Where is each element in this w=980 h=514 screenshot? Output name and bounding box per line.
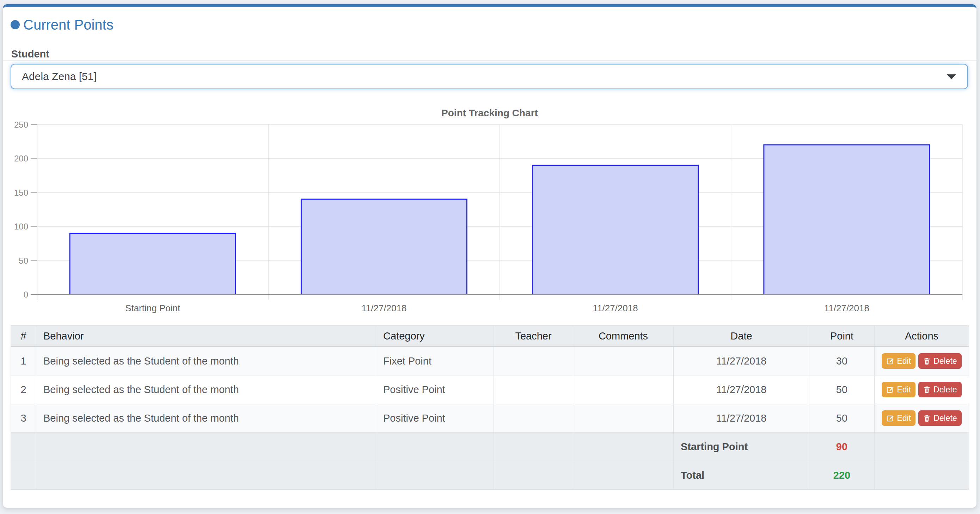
edit-icon — [886, 357, 894, 365]
edit-button-label: Edit — [897, 385, 911, 395]
summary-value: 90 — [810, 433, 875, 461]
col-header-category: Category — [376, 326, 494, 347]
svg-text:11/27/2018: 11/27/2018 — [361, 303, 406, 313]
trash-icon — [923, 357, 931, 365]
page-title: Current Points — [23, 17, 113, 33]
table-row: 2 Being selected as the Student of the m… — [11, 376, 969, 404]
svg-text:200: 200 — [14, 154, 28, 163]
edit-button-label: Edit — [897, 356, 911, 366]
summary-label: Starting Point — [674, 433, 810, 461]
actions-cell: Edit Delete — [875, 404, 969, 433]
svg-text:100: 100 — [14, 222, 28, 231]
svg-text:250: 250 — [14, 120, 28, 129]
point-cell: 50 — [810, 376, 875, 404]
comments-cell — [573, 404, 674, 433]
behavior-cell: Being selected as the Student of the mon… — [36, 404, 376, 433]
edit-button[interactable]: Edit — [881, 411, 915, 426]
summary-value: 220 — [810, 461, 875, 490]
col-header-teacher: Teacher — [494, 326, 573, 347]
delete-button-label: Delete — [934, 385, 957, 395]
point-cell: 30 — [810, 347, 875, 376]
edit-button[interactable]: Edit — [881, 353, 915, 369]
row-num: 2 — [11, 376, 36, 404]
edit-icon — [886, 386, 894, 393]
actions-cell: Edit Delete — [875, 347, 969, 376]
col-header-behavior: Behavior — [36, 326, 376, 347]
col-header-actions: Actions — [875, 326, 969, 347]
col-header-num: # — [11, 326, 36, 347]
delete-button[interactable]: Delete — [918, 353, 961, 369]
col-header-comments: Comments — [573, 326, 674, 347]
date-cell: 11/27/2018 — [674, 376, 810, 404]
edit-button-label: Edit — [897, 414, 911, 423]
chevron-down-icon — [947, 75, 956, 79]
svg-text:Point Tracking Chart: Point Tracking Chart — [441, 108, 538, 118]
category-cell: Positive Point — [376, 404, 494, 433]
student-select[interactable]: Adela Zena [51] — [11, 64, 968, 89]
header-divider — [3, 60, 977, 60]
edit-icon — [886, 414, 894, 422]
svg-text:11/27/2018: 11/27/2018 — [593, 303, 638, 313]
behavior-cell: Being selected as the Student of the mon… — [36, 376, 376, 404]
student-label: Student — [11, 48, 49, 60]
teacher-cell — [494, 404, 573, 433]
delete-button[interactable]: Delete — [918, 411, 961, 426]
delete-button-label: Delete — [934, 414, 957, 423]
trash-icon — [923, 414, 931, 422]
col-header-date: Date — [674, 326, 810, 347]
delete-button[interactable]: Delete — [918, 382, 961, 397]
comments-cell — [573, 347, 674, 376]
comments-cell — [573, 376, 674, 404]
teacher-cell — [494, 347, 573, 376]
date-cell: 11/27/2018 — [674, 404, 810, 433]
summary-row-starting-point: Starting Point 90 — [11, 433, 969, 461]
point-tracking-chart: 050100150200250Starting Point11/27/20181… — [3, 94, 977, 320]
svg-text:50: 50 — [19, 256, 28, 266]
row-num: 1 — [11, 347, 36, 376]
svg-text:Starting Point: Starting Point — [125, 303, 180, 313]
category-cell: Fixet Point — [376, 347, 494, 376]
delete-button-label: Delete — [934, 356, 957, 366]
table-row: 3 Being selected as the Student of the m… — [11, 404, 969, 433]
point-cell: 50 — [810, 404, 875, 433]
summary-label: Total — [674, 461, 810, 490]
svg-text:0: 0 — [24, 290, 28, 299]
points-table: # Behavior Category Teacher Comments Dat… — [11, 325, 969, 490]
current-points-card: Current Points Student Adela Zena [51] 0… — [3, 4, 977, 508]
category-cell: Positive Point — [376, 376, 494, 404]
summary-row-total: Total 220 — [11, 461, 969, 490]
actions-cell: Edit Delete — [875, 376, 969, 404]
teacher-cell — [494, 376, 573, 404]
behavior-cell: Being selected as the Student of the mon… — [36, 347, 376, 376]
table-row: 1 Being selected as the Student of the m… — [11, 347, 969, 376]
col-header-point: Point — [810, 326, 875, 347]
row-num: 3 — [11, 404, 36, 433]
edit-button[interactable]: Edit — [881, 382, 915, 397]
svg-text:150: 150 — [14, 188, 28, 197]
date-cell: 11/27/2018 — [674, 347, 810, 376]
circle-icon — [11, 20, 20, 29]
trash-icon — [923, 386, 931, 393]
student-select-value: Adela Zena [51] — [22, 65, 97, 89]
svg-text:11/27/2018: 11/27/2018 — [824, 303, 869, 313]
table-header-row: # Behavior Category Teacher Comments Dat… — [11, 326, 969, 347]
